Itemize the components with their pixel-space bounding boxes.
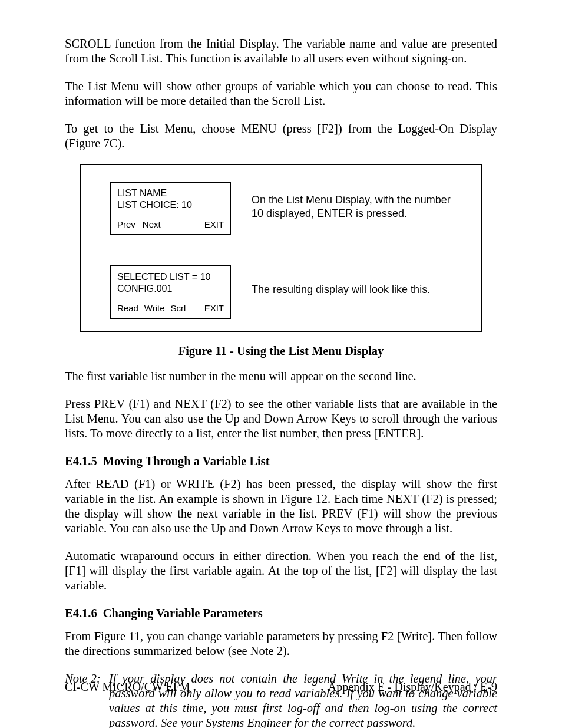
section-title: Moving Through a Variable List (103, 454, 270, 467)
figure-box: LIST NAME LIST CHOICE: 10 Prev Next EXIT… (80, 164, 482, 332)
paragraph: The List Menu will show other groups of … (65, 79, 497, 108)
section-title: Changing Variable Parameters (103, 607, 263, 620)
softkey-read: Read (117, 303, 138, 314)
lcd-line: SELECTED LIST = 10 (117, 271, 224, 283)
lcd-line: LIST NAME (117, 187, 224, 199)
paragraph: The first variable list number in the me… (65, 369, 497, 384)
softkey-exit: EXIT (204, 219, 224, 230)
softkey-next: Next (143, 219, 161, 230)
paragraph: Press PREV (F1) and NEXT (F2) to see the… (65, 397, 497, 441)
section-number: E4.1.6 (65, 607, 97, 620)
lcd-screen-2: SELECTED LIST = 10 CONFIG.001 Read Write… (110, 265, 231, 319)
softkey-write: Write (144, 303, 165, 314)
figure-annotation: The resulting display will look like thi… (252, 283, 464, 297)
section-heading: E4.1.6Changing Variable Parameters (65, 606, 497, 621)
paragraph: From Figure 11, you can change variable … (65, 629, 497, 658)
paragraph: To get to the List Menu, choose MENU (pr… (65, 121, 497, 151)
page-footer: CI-CW MICRO/CW EFM Appendix E - Display/… (65, 680, 497, 694)
footer-right: Appendix E - Display/Keypad / E-9 (328, 680, 497, 694)
lcd-screen-1: LIST NAME LIST CHOICE: 10 Prev Next EXIT (110, 182, 231, 235)
paragraph: SCROLL function from the Initial Display… (65, 37, 497, 66)
section-heading: E4.1.5Moving Through a Variable List (65, 454, 497, 469)
paragraph: After READ (F1) or WRITE (F2) has been p… (65, 477, 497, 536)
document-page: SCROLL function from the Initial Display… (0, 0, 562, 728)
softkey-exit: EXIT (204, 303, 224, 314)
softkey-prev: Prev (117, 219, 135, 230)
lcd-line: CONFIG.001 (117, 283, 224, 295)
softkey-scrl: Scrl (171, 303, 186, 314)
paragraph: Automatic wraparound occurs in either di… (65, 549, 497, 593)
figure-annotation: On the List Menu Display, with the numbe… (252, 193, 464, 220)
footer-left: CI-CW MICRO/CW EFM (65, 680, 190, 694)
section-number: E4.1.5 (65, 454, 97, 467)
figure-caption: Figure 11 - Using the List Menu Display (65, 344, 497, 358)
lcd-line: LIST CHOICE: 10 (117, 199, 224, 211)
